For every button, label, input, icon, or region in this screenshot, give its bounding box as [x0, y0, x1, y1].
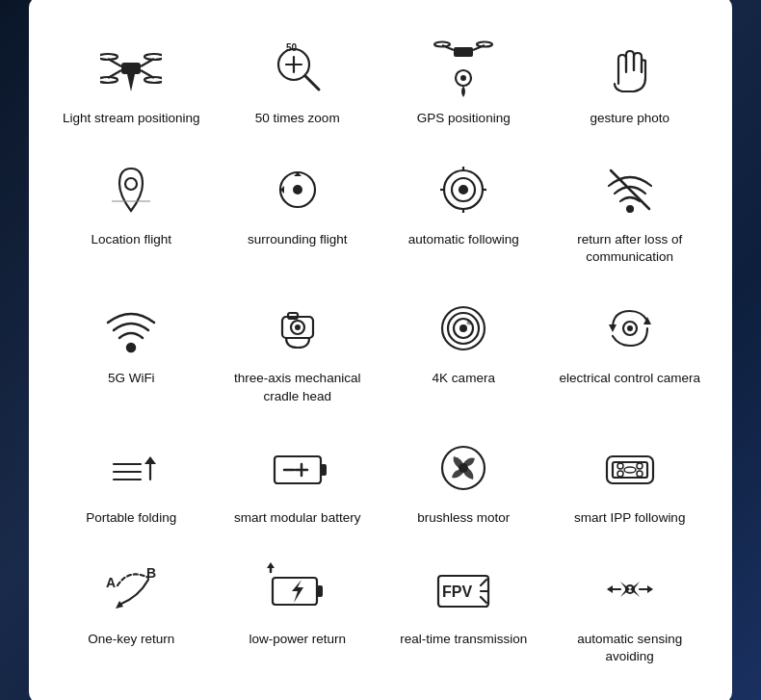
svg-point-65: [637, 463, 643, 469]
electrical-camera-label: electrical control camera: [560, 370, 700, 387]
svg-point-6: [144, 54, 162, 60]
svg-point-7: [100, 77, 118, 83]
svg-point-28: [459, 186, 467, 194]
svg-point-44: [467, 321, 472, 325]
feature-item-automatic-following: automatic following: [380, 146, 547, 275]
svg-point-22: [125, 178, 137, 190]
three-axis-icon: [259, 295, 336, 362]
light-stream-positioning-label: Light stream positioning: [63, 110, 200, 127]
automatic-following-label: automatic following: [408, 231, 519, 248]
return-loss-label: return after loss of communication: [555, 231, 706, 266]
5g-wifi-label: 5G WiFi: [108, 370, 155, 387]
svg-marker-9: [127, 74, 135, 91]
svg-point-39: [295, 324, 301, 330]
50-times-zoom-label: 50 times zoom: [255, 110, 340, 127]
svg-point-19: [477, 41, 492, 46]
electrical-camera-icon: [591, 295, 669, 362]
feature-item-location-flight: Location flight: [48, 146, 215, 275]
svg-line-79: [481, 597, 486, 603]
feature-item-smart-battery: smart modular battery: [215, 425, 381, 536]
svg-point-67: [637, 471, 643, 477]
gps-positioning-icon: [425, 35, 502, 102]
svg-rect-61: [607, 456, 653, 483]
features-card: Light stream positioning 50 50 times zoo…: [29, 0, 732, 700]
low-power-return-icon: [259, 556, 336, 623]
svg-point-21: [460, 75, 466, 81]
low-power-return-label: low-power return: [249, 631, 346, 648]
smart-ipp-label: smart IPP following: [574, 509, 685, 527]
feature-item-smart-ipp: smart IPP following: [547, 425, 714, 536]
surrounding-flight-label: surrounding flight: [248, 231, 348, 248]
svg-point-18: [434, 41, 450, 46]
auto-sensing-label: automatic sensing avoiding: [555, 631, 706, 665]
4k-camera-label: 4K camera: [433, 370, 495, 387]
auto-sensing-icon: [591, 556, 669, 623]
portable-folding-icon: [92, 434, 170, 502]
svg-point-43: [459, 324, 467, 332]
svg-text:FPV: FPV: [442, 583, 472, 600]
feature-item-gps-positioning: GPS positioning: [380, 25, 547, 137]
svg-point-5: [100, 54, 118, 60]
one-key-return-label: One-key return: [88, 631, 174, 648]
svg-point-64: [617, 463, 623, 469]
svg-rect-55: [321, 464, 327, 476]
location-flight-icon: [92, 156, 170, 223]
svg-point-33: [627, 206, 633, 212]
feature-item-gesture-photo: gesture photo: [547, 25, 714, 137]
return-loss-icon: [591, 156, 669, 223]
svg-marker-53: [144, 456, 156, 464]
portable-folding-label: Portable folding: [86, 509, 176, 527]
svg-line-11: [305, 76, 319, 90]
svg-marker-46: [609, 324, 617, 332]
feature-item-electrical-camera: electrical control camera: [547, 285, 714, 414]
50-times-zoom-icon: 50: [259, 35, 336, 102]
gesture-photo-label: gesture photo: [590, 110, 669, 127]
three-axis-label: three-axis mechanical cradle head: [223, 370, 374, 404]
svg-point-63: [624, 467, 636, 473]
features-grid: Light stream positioning 50 50 times zoo…: [48, 25, 713, 676]
feature-item-return-loss: return after loss of communication: [547, 146, 714, 275]
svg-point-66: [617, 471, 623, 477]
gesture-photo-icon: [591, 35, 669, 102]
brushless-motor-label: brushless motor: [417, 509, 510, 527]
light-stream-positioning-icon: [92, 35, 170, 102]
gps-positioning-label: GPS positioning: [417, 110, 511, 127]
feature-item-low-power-return: low-power return: [215, 546, 381, 675]
svg-point-8: [144, 77, 162, 83]
feature-item-portable-folding: Portable folding: [48, 425, 215, 536]
feature-item-surrounding-flight: surrounding flight: [215, 146, 381, 275]
feature-item-50-times-zoom: 50 50 times zoom: [215, 25, 381, 137]
smart-battery-label: smart modular battery: [234, 509, 360, 527]
real-time-label: real-time transmission: [400, 631, 527, 648]
surrounding-flight-icon: [259, 156, 336, 223]
smart-battery-icon: [259, 434, 336, 502]
svg-rect-15: [454, 47, 473, 57]
feature-item-auto-sensing: automatic sensing avoiding: [547, 546, 714, 675]
feature-item-4k-camera: 4K camera: [380, 285, 547, 414]
real-time-icon: FPV: [425, 556, 502, 623]
one-key-return-icon: A B: [92, 556, 170, 623]
feature-item-brushless-motor: brushless motor: [380, 425, 547, 536]
feature-item-real-time: FPV real-time transmission: [380, 546, 547, 675]
5g-wifi-icon: [92, 295, 170, 362]
svg-point-25: [293, 185, 302, 194]
svg-text:A: A: [106, 575, 116, 590]
feature-item-5g-wifi: 5G WiFi: [48, 285, 215, 414]
svg-marker-74: [267, 562, 275, 568]
svg-text:50: 50: [286, 42, 298, 53]
brushless-motor-icon: [425, 434, 502, 502]
feature-item-light-stream-positioning: Light stream positioning: [48, 25, 215, 137]
smart-ipp-icon: [591, 434, 669, 502]
automatic-following-icon: [425, 156, 502, 223]
svg-point-48: [627, 325, 633, 331]
svg-point-35: [127, 344, 135, 351]
svg-rect-0: [121, 63, 141, 74]
feature-item-three-axis: three-axis mechanical cradle head: [215, 285, 381, 414]
svg-marker-83: [607, 585, 613, 593]
svg-rect-72: [317, 585, 323, 597]
4k-camera-icon: [425, 295, 502, 362]
svg-line-77: [481, 580, 486, 585]
svg-marker-85: [647, 585, 653, 593]
feature-item-one-key-return: A B One-key return: [48, 546, 215, 675]
location-flight-label: Location flight: [92, 231, 171, 248]
